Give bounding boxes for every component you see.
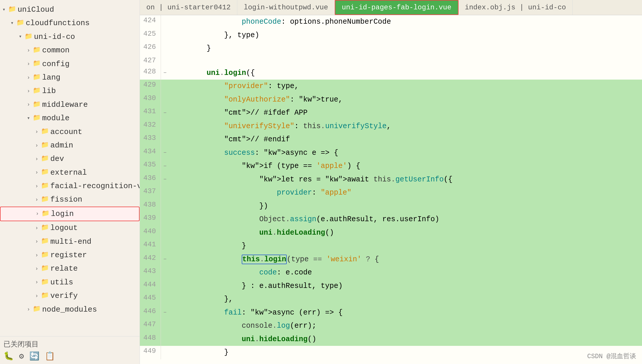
tree-item-utils[interactable]: ›📁utils xyxy=(0,276,140,289)
folder-icon: 📁 xyxy=(41,168,50,177)
tree-item-label: account xyxy=(50,127,82,137)
code-content[interactable]: 424 phoneCode: options.phoneNumberCode42… xyxy=(140,15,642,364)
tree-item-register[interactable]: ›📁register xyxy=(0,248,140,262)
tree-item-middleware[interactable]: ›📁middleware xyxy=(0,98,140,111)
folder-icon: 📁 xyxy=(33,46,42,55)
tree-item-label: fission xyxy=(50,194,82,205)
chevron-icon: › xyxy=(35,292,41,300)
code-text: } xyxy=(169,239,642,253)
line-number: 426 xyxy=(140,42,161,55)
fold-icon[interactable]: − xyxy=(161,159,169,173)
settings-icon[interactable]: ⚙ xyxy=(19,351,24,361)
fold-icon[interactable]: − xyxy=(161,306,169,320)
code-area: on | uni-starter0412login-withoutpwd.vue… xyxy=(140,0,642,364)
chevron-icon: ▾ xyxy=(2,6,8,13)
code-text: }, xyxy=(169,293,642,306)
tab-tab2[interactable]: login-withoutpwd.vue xyxy=(237,0,335,15)
tab-tab1[interactable]: on | uni-starter0412 xyxy=(140,0,237,15)
tree-item-node_modules[interactable]: ›📁node_modules xyxy=(0,303,140,316)
code-text: } xyxy=(169,346,642,359)
code-line: 433 "cmt">// #endif xyxy=(140,133,642,146)
chevron-icon: › xyxy=(35,238,41,245)
fold-icon xyxy=(161,29,169,42)
chevron-icon: ▾ xyxy=(11,20,16,27)
folder-icon: 📁 xyxy=(33,100,42,109)
chevron-icon: › xyxy=(35,142,41,149)
code-text: uni.login({ xyxy=(169,66,642,80)
line-number: 431 xyxy=(140,106,161,120)
tree-item-admin[interactable]: ›📁admin xyxy=(0,139,140,152)
code-text xyxy=(169,55,642,66)
folder-icon: 📁 xyxy=(16,19,26,28)
tree-item-account[interactable]: ›📁account xyxy=(0,125,140,139)
line-number: 437 xyxy=(140,186,161,200)
chevron-icon: › xyxy=(35,128,41,135)
tree-item-facial-recognition-verify[interactable]: ›📁facial-recognition-verify xyxy=(0,179,140,193)
fold-icon xyxy=(161,279,169,293)
tree-item-module[interactable]: ▾📁module xyxy=(0,111,140,125)
tree-item-login[interactable]: ›📁login xyxy=(0,207,140,221)
fold-icon xyxy=(161,93,169,107)
fold-icon[interactable]: − xyxy=(161,146,169,160)
chevron-icon: › xyxy=(27,306,33,313)
code-line: 440 uni.hideLoading() xyxy=(140,226,642,240)
fold-icon[interactable]: − xyxy=(161,253,169,266)
code-text: code: e.code xyxy=(169,266,642,279)
tree-item-verify[interactable]: ›📁verify xyxy=(0,289,140,303)
tree-item-label: config xyxy=(42,59,70,69)
tab-tab3[interactable]: uni-id-pages-fab-login.vue xyxy=(335,0,458,15)
code-text: this.login(type == 'weixin' ? { xyxy=(169,253,642,266)
chevron-icon: › xyxy=(27,47,33,54)
folder-icon: 📁 xyxy=(41,264,50,273)
code-line: 438 }) xyxy=(140,200,642,213)
code-text: fail: "kw">async (err) => { xyxy=(169,306,642,320)
tree-item-config[interactable]: ›📁config xyxy=(0,57,140,71)
tree-item-label: uni-id-co xyxy=(34,32,75,42)
clipboard-icon[interactable]: 📋 xyxy=(45,351,55,361)
tree-item-label: facial-recognition-verify xyxy=(50,181,140,191)
tree-item-dev[interactable]: ›📁dev xyxy=(0,152,140,166)
fold-icon xyxy=(161,226,169,240)
chevron-icon: › xyxy=(35,265,41,272)
tree-item-logout[interactable]: ›📁logout xyxy=(0,221,140,235)
folder-icon: 📁 xyxy=(41,154,50,164)
tree-item-lib[interactable]: ›📁lib xyxy=(0,84,140,98)
tree-item-cloudfunctions[interactable]: ▾📁cloudfunctions xyxy=(0,16,140,30)
fold-icon[interactable]: − xyxy=(161,66,169,80)
tree-item-uni-id-co[interactable]: ▾📁uni-id-co xyxy=(0,30,140,44)
fold-icon[interactable]: − xyxy=(161,173,169,186)
chevron-icon: › xyxy=(27,101,33,108)
tab-tab4[interactable]: index.obj.js | uni-id-co xyxy=(459,0,573,15)
tree-item-common[interactable]: ›📁common xyxy=(0,44,140,57)
code-text: console.log(err); xyxy=(169,319,642,333)
chevron-icon: ▾ xyxy=(19,33,25,40)
line-number: 438 xyxy=(140,200,161,213)
fold-icon xyxy=(161,15,169,29)
tree-item-multi-end[interactable]: ›📁multi-end xyxy=(0,235,140,248)
code-line: 436− "kw">let res = "kw">await this.getU… xyxy=(140,173,642,186)
tree-item-external[interactable]: ›📁external xyxy=(0,166,140,179)
debug-icon[interactable]: 🐛 xyxy=(4,351,14,361)
tree-item-uniCloud[interactable]: ▾📁uniCloud xyxy=(0,3,140,16)
chevron-icon: › xyxy=(36,210,42,217)
fold-icon[interactable]: − xyxy=(161,106,169,120)
tree-item-fission[interactable]: ›📁fission xyxy=(0,193,140,206)
code-line: 437 provider: "apple" xyxy=(140,186,642,200)
code-text: uni.hideLoading() xyxy=(169,333,642,346)
folder-icon: 📁 xyxy=(33,59,42,68)
code-line: 426 } xyxy=(140,42,642,55)
tree-item-label: login xyxy=(51,209,74,219)
tree-item-label: verify xyxy=(50,291,78,301)
folder-icon: 📁 xyxy=(41,127,50,136)
chevron-icon: › xyxy=(35,155,41,163)
refresh-icon[interactable]: 🔄 xyxy=(29,351,40,361)
line-number: 432 xyxy=(140,120,161,133)
folder-icon: 📁 xyxy=(41,182,50,191)
fold-icon xyxy=(161,80,169,93)
tree-item-label: register xyxy=(50,250,87,260)
folder-icon: 📁 xyxy=(41,291,50,301)
tree-item-label: external xyxy=(50,167,87,178)
chevron-icon: ▾ xyxy=(27,115,33,122)
tree-item-relate[interactable]: ›📁relate xyxy=(0,262,140,275)
tree-item-lang[interactable]: ›📁lang xyxy=(0,71,140,84)
